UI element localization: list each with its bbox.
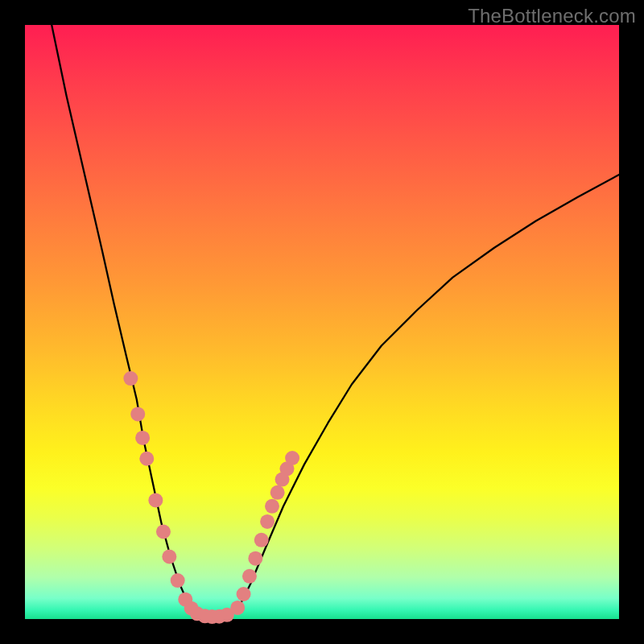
data-point — [285, 451, 299, 465]
data-point — [248, 551, 262, 566]
marker-group — [123, 371, 299, 624]
data-point — [148, 493, 163, 507]
chart-svg — [25, 25, 619, 619]
data-point — [156, 525, 171, 539]
data-point — [265, 499, 279, 514]
data-point — [254, 533, 269, 547]
data-point — [230, 601, 245, 615]
chart-frame: TheBottleneck.com — [0, 0, 644, 644]
watermark-text: TheBottleneck.com — [468, 5, 636, 27]
series-group — [52, 25, 619, 617]
bottleneck-curve — [52, 25, 619, 617]
data-point — [162, 550, 176, 564]
data-point — [123, 371, 138, 386]
data-point — [171, 573, 185, 588]
data-point — [242, 569, 257, 584]
plot-area — [25, 25, 619, 619]
data-point — [139, 452, 154, 466]
data-point — [135, 431, 150, 445]
data-point — [130, 407, 145, 421]
data-point — [270, 485, 285, 500]
data-point — [260, 514, 275, 529]
data-point — [237, 587, 251, 601]
